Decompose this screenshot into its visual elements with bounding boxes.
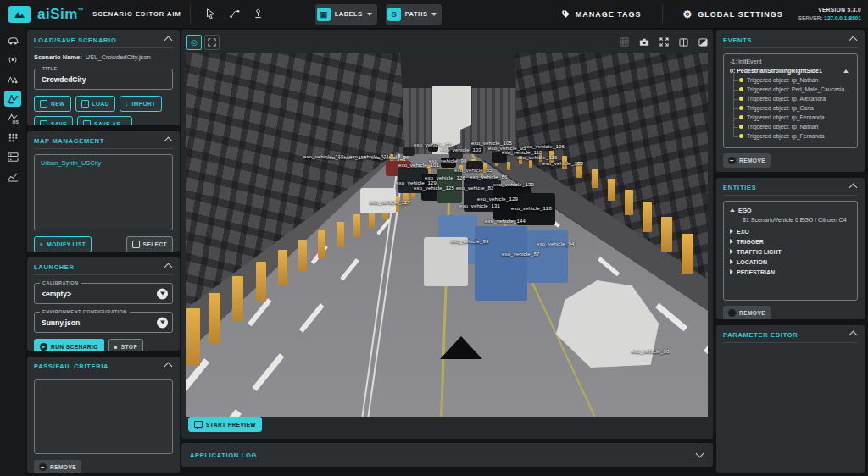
dropdown-button[interactable] — [157, 288, 168, 299]
3d-viewport[interactable]: exo_vehicle_115exo_vehicle_118exo_vehicl… — [186, 53, 708, 417]
entity-group-location[interactable]: LOCATION — [726, 257, 855, 267]
modify-list-button[interactable]: ≡MODIFY LIST — [34, 236, 92, 252]
split-view-icon[interactable] — [679, 35, 688, 50]
grid-toggle-icon[interactable] — [620, 35, 629, 50]
sensor-module-icon[interactable] — [4, 52, 21, 68]
manage-tags-button[interactable]: MANAGE TAGS — [561, 9, 642, 19]
new-button[interactable]: NEW — [34, 96, 71, 112]
traffic-module-icon[interactable] — [4, 71, 21, 87]
map-management-header[interactable]: MAP MANAGEMENT — [34, 137, 173, 149]
caret-right-icon[interactable] — [730, 229, 733, 234]
analytics-icon[interactable] — [4, 169, 21, 185]
remove-criteria-button[interactable]: −REMOVE — [34, 460, 81, 473]
map-list[interactable]: Urban_Synth_USCity — [34, 154, 173, 230]
camera-icon[interactable] — [639, 35, 649, 50]
caret-right-icon[interactable] — [730, 239, 733, 244]
events-header[interactable]: EVENTS — [723, 36, 858, 48]
remove-entity-button[interactable]: −REMOVE — [723, 306, 771, 319]
pedestrian-pillar — [592, 169, 598, 188]
path-tool[interactable] — [225, 6, 244, 23]
pass-fail-list[interactable] — [34, 379, 173, 454]
entity-group-exo[interactable]: EXO — [726, 226, 855, 236]
paths-dropdown[interactable]: S PATHS — [386, 4, 442, 25]
application-log-bar[interactable]: APPLICATION LOG — [181, 443, 713, 467]
select-button[interactable]: SELECT — [126, 236, 173, 252]
labels-dropdown[interactable]: ▣ LABELS — [315, 4, 377, 25]
pedestrian-pillar — [507, 162, 510, 170]
collapse-caret-icon[interactable] — [843, 69, 849, 73]
launcher-header[interactable]: LAUNCHER — [34, 263, 173, 275]
caret-right-icon[interactable] — [730, 269, 733, 274]
entity-group-traffic-light[interactable]: TRAFFIC LIGHT — [726, 246, 855, 257]
event-triggered-object[interactable]: Triggered object: rp_Nathan — [726, 75, 855, 85]
screenshot-icon[interactable] — [698, 35, 708, 50]
entity-group-ego[interactable]: EGO — [726, 205, 855, 215]
orbit-tool[interactable]: ◎ — [186, 35, 202, 50]
import-button[interactable]: ↓IMPORT — [120, 96, 162, 112]
event-triggered-object[interactable]: Triggered object: rp_Alexandra — [726, 94, 855, 103]
event-triggered-object[interactable]: Triggered object: rp_Carla — [726, 103, 855, 113]
event-triggered-object[interactable]: Triggered object: rp_Fernanda — [726, 131, 855, 141]
load-save-header[interactable]: LOAD/SAVE SCENARIO — [34, 36, 173, 48]
ego-direction-marker — [440, 336, 482, 359]
chevron-down-icon — [367, 13, 372, 16]
parameter-editor-header[interactable]: PARAMETER EDITOR — [723, 331, 858, 343]
waypoint-tool[interactable] — [249, 6, 268, 23]
vehicle-label: exo_vehicle_144 — [485, 219, 526, 224]
fullscreen-icon[interactable] — [659, 35, 669, 50]
vehicle-label: exo_vehicle_125 — [414, 185, 454, 191]
svg-text:OS: OS — [12, 119, 19, 124]
start-preview-button[interactable]: START PREVIEW — [188, 417, 262, 432]
global-settings-button[interactable]: ⚙ GLOBAL SETTINGS — [683, 8, 783, 20]
vehicle-module-icon[interactable] — [4, 32, 21, 48]
event-row[interactable]: -1: InitEvent — [726, 57, 855, 66]
dropdown-button[interactable] — [157, 317, 168, 328]
brand-name: aiSim™ — [37, 6, 84, 23]
calibration-select[interactable]: CALIBRATION <empty> — [34, 283, 173, 304]
pass-fail-header[interactable]: PASS/FAIL CRITERIA — [34, 363, 173, 374]
select-cursor-tool[interactable] — [202, 6, 220, 23]
version-info: VERSION 5.3.0 SERVER: 127.0.0.1:8801 — [798, 6, 861, 23]
entity-item[interactable]: 81 ScenarioVehicle 0 EGO / Citroen C4 — [726, 215, 855, 226]
run-scenario-button[interactable]: ▶RUN SCENARIO — [34, 339, 104, 351]
aisim-logo[interactable] — [8, 6, 31, 23]
caret-right-icon[interactable] — [730, 259, 733, 264]
load-button[interactable]: LOAD — [75, 96, 115, 112]
minus-icon: − — [728, 157, 736, 164]
caret-up-icon[interactable] — [730, 208, 735, 212]
frame-select-tool[interactable] — [204, 35, 220, 50]
caret-right-icon[interactable] — [730, 249, 733, 254]
environment-config-select[interactable]: ENVIRONMENT CONFIGURATION Sunny.json — [34, 312, 173, 333]
save-icon — [40, 120, 47, 125]
title-field[interactable]: TITLE CrowdedCity — [34, 69, 173, 90]
entities-list[interactable]: EGO81 ScenarioVehicle 0 EGO / Citroen C4… — [723, 201, 858, 301]
collapse-icon — [849, 184, 858, 192]
exo-vehicle — [527, 230, 568, 283]
preview-monitor-icon — [194, 421, 203, 428]
event-triggered-object[interactable]: Triggered object: rp_Nathan — [726, 122, 855, 131]
vehicle-label: exo_vehicle_88 — [632, 349, 670, 354]
event-triggered-object[interactable]: Triggered object: rp_Fernanda — [726, 113, 855, 122]
minus-icon: − — [728, 309, 736, 317]
save-as-button[interactable]: SAVE AS... — [77, 116, 132, 125]
event-triggered-object[interactable]: Triggered object: Ped_Male_Caucasia... — [726, 85, 855, 94]
events-list[interactable]: -1: InitEvent0: PedestrianStrollingRight… — [723, 53, 858, 148]
entity-group-trigger[interactable]: TRIGGER — [726, 236, 855, 246]
scenario-editor-module-icon[interactable] — [4, 91, 21, 107]
apps-grid-icon[interactable] — [4, 130, 21, 146]
event-dot-icon — [739, 115, 743, 119]
remove-event-button[interactable]: −REMOVE — [723, 153, 771, 168]
entity-group-pedestrian[interactable]: PEDESTRIAN — [726, 267, 855, 277]
entities-header[interactable]: ENTITIES — [723, 184, 858, 196]
save-button[interactable]: SAVE — [34, 116, 73, 125]
stop-button[interactable]: ■STOP — [108, 339, 143, 351]
scenario-os-module-icon[interactable]: OS — [4, 110, 21, 126]
paths-icon: S — [387, 8, 401, 21]
event-row-active[interactable]: 0: PedestrianStrollingRightSide1 — [726, 66, 855, 75]
play-icon: ▶ — [40, 343, 47, 351]
gear-icon: ⚙ — [683, 8, 693, 20]
map-list-item[interactable]: Urban_Synth_USCity — [41, 159, 166, 167]
viewport-card: ◎ ex — [181, 30, 713, 439]
server-rack-icon[interactable] — [4, 149, 21, 165]
vehicle-label: exo_vehicle_94 — [537, 241, 575, 246]
